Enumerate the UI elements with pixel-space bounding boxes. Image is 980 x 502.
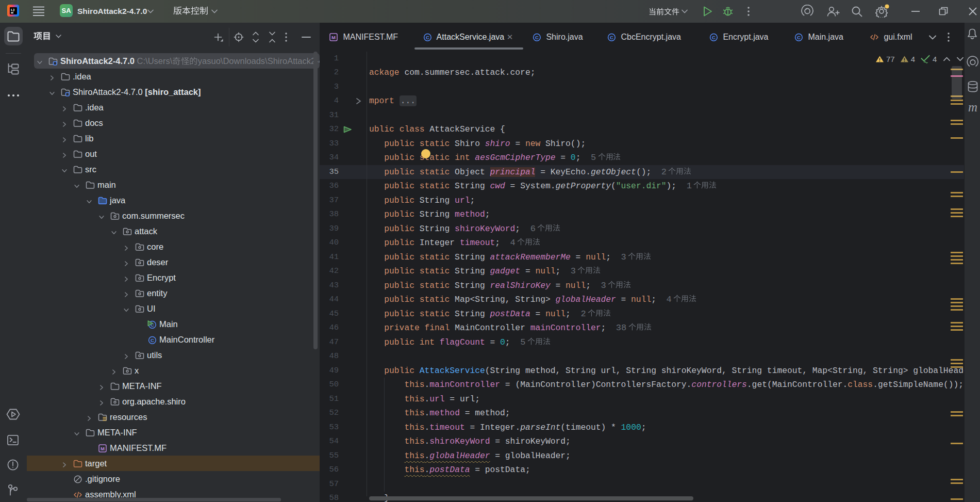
svg-text:C: C <box>610 35 613 40</box>
svg-text:M: M <box>101 446 105 451</box>
svg-text:C: C <box>535 35 539 40</box>
svg-text:C: C <box>151 337 154 343</box>
svg-text:C: C <box>712 35 716 40</box>
svg-text:M: M <box>331 35 336 40</box>
svg-text:C: C <box>797 35 801 40</box>
svg-text:C: C <box>426 35 429 40</box>
